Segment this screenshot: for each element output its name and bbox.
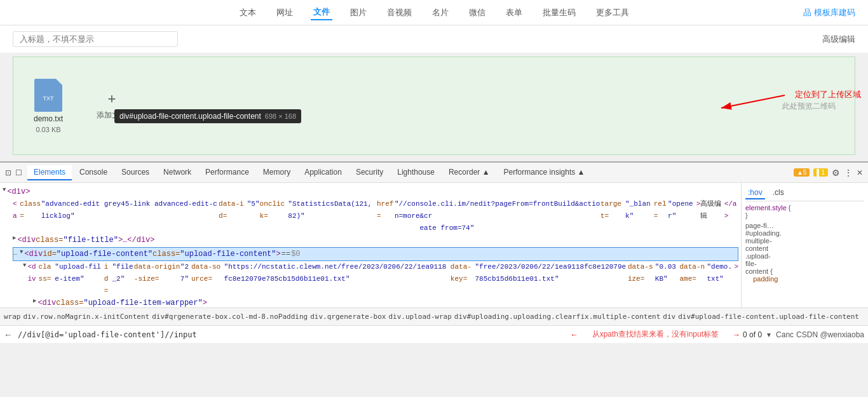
file-item: TXT demo.txt 0.03 KB bbox=[23, 79, 74, 133]
collapse-triangle[interactable]: ▼ bbox=[3, 185, 6, 195]
code-line-upload-content[interactable]: … ▼ <div id="upload-file-content" class=… bbox=[13, 247, 738, 261]
breadcrumb-row[interactable]: div.row.noMagrin.x-initContent bbox=[24, 313, 150, 321]
nav-item-form[interactable]: 表单 bbox=[503, 6, 525, 20]
style-page: page-fi… #uploading. multiple- content .… bbox=[745, 222, 864, 283]
left-arrow-annotation: ← bbox=[571, 330, 578, 339]
style-element: element.style { } bbox=[745, 204, 864, 219]
tab-sources[interactable]: Sources bbox=[115, 165, 156, 180]
devtools-mobile-icon[interactable]: ☐ bbox=[15, 168, 22, 177]
search-left-icon[interactable]: ← bbox=[4, 330, 13, 340]
tab-application[interactable]: Application bbox=[298, 165, 348, 180]
cancel-button[interactable]: Canc bbox=[776, 330, 794, 339]
csdn-link[interactable]: CSDN @wenxiaoba bbox=[796, 330, 864, 339]
file-size: 0.03 KB bbox=[36, 126, 60, 133]
devtools-tabs: ⊡ ☐ Elements Console Sources Network Per… bbox=[0, 163, 868, 183]
devtools-actions: ▲5 ▌1 ⚙ ⋮ ✕ bbox=[794, 168, 863, 178]
file-icon: TXT bbox=[34, 79, 62, 112]
devtools-panel: ⊡ ☐ Elements Console Sources Network Per… bbox=[0, 161, 868, 325]
warning-badge: ▌1 bbox=[813, 168, 828, 177]
nav-item-file[interactable]: 文件 bbox=[311, 5, 332, 20]
annotation-wrapper: 定位到了上传区域 bbox=[715, 76, 861, 114]
breadcrumb-bar: wrap div.row.noMagrin.x-initContent div#… bbox=[0, 307, 868, 325]
nav-item-audio[interactable]: 音视频 bbox=[384, 6, 414, 20]
nav-item-batch[interactable]: 批量生码 bbox=[540, 6, 578, 20]
right-arrow-annotation: → bbox=[733, 330, 740, 339]
alert-badge: ▲5 bbox=[794, 168, 810, 177]
tab-performance[interactable]: Performance bbox=[199, 165, 255, 180]
svg-line-1 bbox=[721, 95, 785, 108]
close-icon[interactable]: ✕ bbox=[857, 168, 863, 177]
title-input[interactable] bbox=[13, 31, 178, 47]
arrow-svg bbox=[715, 76, 791, 114]
breadcrumb-qrgen[interactable]: div.qrgenerate-box bbox=[310, 313, 386, 321]
code-line-upload-item: ▼ <div class="upload-file-item" id="file… bbox=[23, 261, 738, 297]
xpath-annotation: 从xpath查找结果来看，没有input标签 bbox=[592, 329, 719, 340]
file-type-label: TXT bbox=[43, 95, 54, 102]
styles-header: :hov .cls bbox=[745, 185, 864, 201]
top-nav: 文本 网址 文件 图片 音视频 名片 微信 表单 批量生码 更多工具 品 模板库… bbox=[0, 0, 868, 25]
dollar-zero: $0 bbox=[291, 248, 300, 260]
nav-item-url[interactable]: 网址 bbox=[274, 6, 295, 20]
element-tooltip: div#upload-file-content.upload-file-cont… bbox=[114, 109, 301, 123]
tab-console[interactable]: Console bbox=[73, 165, 114, 180]
editor-area: 高级编辑 bbox=[0, 25, 868, 53]
advanced-edit-button[interactable]: 高级编辑 bbox=[822, 34, 855, 45]
tab-memory[interactable]: Memory bbox=[257, 165, 297, 180]
bottom-search-bar: ← ← 从xpath查找结果来看，没有input标签 → 0 of 0 ▾ Ca… bbox=[0, 325, 868, 343]
main-content-area: div#upload-file-content.upload-file-cont… bbox=[0, 53, 868, 155]
nav-item-image[interactable]: 图片 bbox=[348, 6, 369, 20]
tooltip-size: 698 × 168 bbox=[265, 112, 296, 120]
code-line-file-title: ▶ <div class="file-title" >…</div> bbox=[13, 234, 738, 246]
page-container: 文本 网址 文件 图片 音视频 名片 微信 表单 批量生码 更多工具 品 模板库… bbox=[0, 0, 868, 397]
line-ellipsis[interactable]: … bbox=[13, 248, 17, 259]
code-line-div: ▼ <div> bbox=[3, 185, 738, 198]
tab-perf-insights[interactable]: Performance insights ▲ bbox=[498, 165, 592, 180]
counter-down-arrow[interactable]: ▾ bbox=[767, 330, 771, 339]
code-panel: ▼ <div> <a class="advanced-edit grey45-l… bbox=[0, 183, 741, 307]
code-line-a: <a class="advanced-edit grey45-link adva… bbox=[13, 198, 738, 234]
nav-item-card[interactable]: 名片 bbox=[430, 6, 451, 20]
xpath-input[interactable] bbox=[18, 330, 563, 339]
result-counter: 0 of 0 bbox=[743, 330, 762, 339]
devtools-cursor-icon[interactable]: ⊡ bbox=[5, 168, 11, 177]
nav-item-wechat[interactable]: 微信 bbox=[466, 6, 488, 20]
styles-tab-hov[interactable]: :hov bbox=[745, 187, 765, 199]
annotation-text: 定位到了上传区域 bbox=[795, 89, 861, 100]
devtools-wrapper: ⊡ ☐ Elements Console Sources Network Per… bbox=[0, 155, 868, 397]
breadcrumb-div[interactable]: div bbox=[663, 313, 675, 321]
add-icon: + bbox=[108, 91, 116, 107]
nav-item-more[interactable]: 更多工具 bbox=[593, 6, 632, 20]
more-icon[interactable]: ⋮ bbox=[844, 168, 853, 178]
tab-network[interactable]: Network bbox=[157, 165, 198, 180]
styles-sidebar: :hov .cls element.style { } page-fi… #up… bbox=[741, 183, 868, 307]
code-line-warpper: ▶ <div class="upload-file-item-warpper" … bbox=[33, 297, 738, 307]
styles-tab-cls[interactable]: .cls bbox=[770, 187, 787, 199]
tab-lighthouse[interactable]: Lighthouse bbox=[391, 165, 441, 180]
breadcrumb-upload-content[interactable]: div#upload-file-content.upload-file-cont… bbox=[678, 313, 859, 321]
nav-item-text[interactable]: 文本 bbox=[237, 6, 259, 20]
tab-security[interactable]: Security bbox=[349, 165, 390, 180]
upload-section: TXT demo.txt 0.03 KB + 添加文件 此处预览二维码 bbox=[13, 57, 855, 155]
breadcrumb-path: wrap div.row.noMagrin.x-initContent div#… bbox=[4, 313, 864, 321]
breadcrumb-qrgenbox[interactable]: div#qrgenerate-box.col-md-8.noPadding bbox=[152, 313, 308, 321]
breadcrumb-uploading[interactable]: div#uploading.uploading.clearfix.multipl… bbox=[454, 313, 661, 321]
breadcrumb-wrap[interactable]: wrap bbox=[4, 313, 21, 321]
settings-icon[interactable]: ⚙ bbox=[832, 168, 840, 178]
tab-recorder[interactable]: Recorder ▲ bbox=[442, 165, 496, 180]
tab-elements[interactable]: Elements bbox=[27, 165, 72, 180]
breadcrumb-upload-wrap[interactable]: div.upload-wrap bbox=[388, 313, 451, 321]
red-arrow bbox=[715, 76, 791, 114]
template-library-link[interactable]: 品 模板库建码 bbox=[803, 7, 855, 18]
tooltip-selector: div#upload-file-content.upload-file-cont… bbox=[119, 112, 261, 121]
devtools-body: ▼ <div> <a class="advanced-edit grey45-l… bbox=[0, 183, 868, 307]
file-name: demo.txt bbox=[34, 114, 63, 123]
